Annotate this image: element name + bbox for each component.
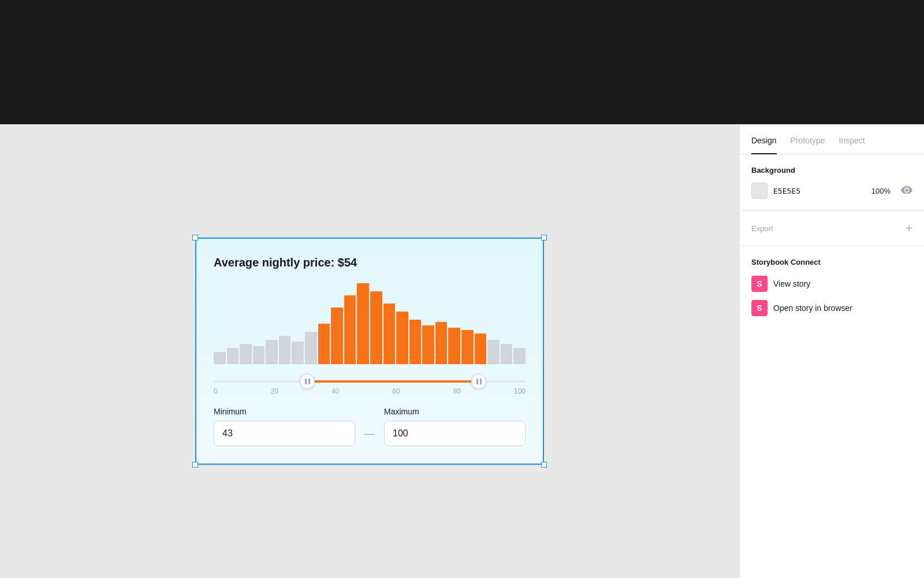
- histogram-bar: [227, 348, 239, 364]
- chart-title: Average nightly price: $54: [214, 256, 526, 269]
- histogram-bar: [305, 332, 317, 364]
- histogram-bar: [475, 334, 487, 364]
- minimum-input[interactable]: [214, 421, 355, 446]
- eye-icon[interactable]: [901, 186, 912, 196]
- x-axis-label: 0: [214, 387, 218, 395]
- slider-handle-left[interactable]: [300, 374, 315, 389]
- pause-bar: [476, 379, 478, 384]
- histogram-bar: [266, 340, 278, 364]
- background-row: E5E5E5 100%: [751, 183, 912, 199]
- storybook-link-label: Open story in browser: [773, 303, 852, 313]
- storybook-item[interactable]: SOpen story in browser: [751, 300, 912, 316]
- histogram-bar: [501, 344, 513, 364]
- export-row: Export +: [751, 223, 912, 234]
- right-panel: DesignPrototypeInspect Background E5E5E5…: [739, 124, 924, 578]
- histogram-bar: [331, 307, 343, 364]
- storybook-icon: S: [751, 300, 767, 316]
- canvas-area: Average nightly price: $54: [0, 124, 739, 578]
- histogram-area: [214, 283, 526, 376]
- maximum-label: Maximum: [384, 407, 526, 416]
- histogram-bar: [396, 312, 408, 364]
- storybook-section: Storybook Connect SView storySOpen story…: [740, 246, 924, 336]
- histogram-bar: [383, 303, 396, 364]
- histogram-bar: [461, 330, 474, 364]
- histogram-bar: [357, 283, 369, 364]
- storybook-item[interactable]: SView story: [751, 276, 912, 292]
- frame-wrapper: Average nightly price: $54: [196, 239, 543, 464]
- slider-track: [214, 380, 526, 383]
- histogram-bar: [344, 295, 356, 364]
- minimum-group: Minimum: [214, 407, 355, 446]
- maximum-input[interactable]: [384, 421, 526, 446]
- histogram-bar: [214, 352, 226, 364]
- export-label: Export: [751, 224, 773, 233]
- component-card: Average nightly price: $54: [196, 239, 543, 464]
- color-swatch[interactable]: [751, 183, 767, 199]
- histogram-bar: [318, 324, 330, 364]
- storybook-icon: S: [751, 276, 767, 292]
- histogram-bar: [513, 348, 526, 364]
- background-section-title: Background: [751, 166, 912, 175]
- histogram-bar: [292, 342, 304, 364]
- histogram-bar: [422, 325, 434, 364]
- x-axis-label: 40: [331, 387, 339, 395]
- slider-handle-right[interactable]: [471, 374, 486, 389]
- background-section: Background E5E5E5 100%: [740, 154, 924, 211]
- histogram-bar: [448, 328, 460, 364]
- x-axis-label: 20: [271, 387, 278, 395]
- opacity-value: 100%: [871, 187, 891, 195]
- dash-separator: —: [355, 428, 384, 440]
- storybook-link-label: View story: [773, 279, 810, 288]
- export-add-button[interactable]: +: [906, 223, 912, 234]
- x-axis-label: 60: [392, 387, 400, 395]
- pause-bar: [305, 379, 307, 384]
- export-section: Export +: [740, 211, 924, 246]
- bars-container: [214, 283, 526, 364]
- top-bar: [0, 0, 924, 124]
- histogram-bar: [240, 344, 252, 364]
- tab-design[interactable]: Design: [751, 136, 777, 154]
- x-axis-label: 80: [453, 387, 461, 395]
- pause-icon-right: [476, 379, 482, 384]
- histogram-bar: [409, 320, 422, 364]
- histogram-bar: [435, 322, 448, 364]
- storybook-section-title: Storybook Connect: [751, 258, 912, 266]
- tab-inspect[interactable]: Inspect: [839, 136, 865, 154]
- histogram-bar: [370, 291, 382, 364]
- tab-prototype[interactable]: Prototype: [791, 136, 825, 154]
- histogram-bar: [253, 346, 265, 364]
- histogram-bar: [279, 336, 291, 364]
- panel-tabs: DesignPrototypeInspect: [740, 124, 924, 154]
- slider-range: [307, 380, 479, 383]
- maximum-group: Maximum: [384, 407, 526, 446]
- x-axis-label: 100: [514, 387, 526, 395]
- histogram-bar: [487, 340, 500, 364]
- storybook-items: SView storySOpen story in browser: [751, 276, 912, 316]
- inputs-row: Minimum — Maximum: [214, 407, 526, 446]
- pause-bar: [480, 379, 482, 384]
- color-hex: E5E5E5: [773, 187, 866, 195]
- pause-icon-left: [305, 379, 310, 384]
- minimum-label: Minimum: [214, 407, 355, 416]
- pause-bar: [308, 379, 310, 384]
